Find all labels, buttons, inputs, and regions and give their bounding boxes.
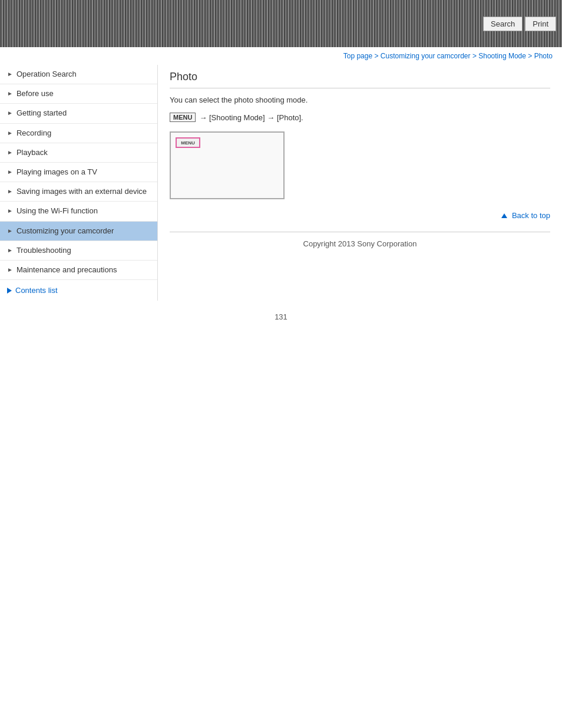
- intro-text: You can select the photo shooting mode.: [170, 95, 550, 104]
- arrow-right-icon: [7, 288, 12, 294]
- sidebar-item-maintenance[interactable]: ► Maintenance and precautions: [0, 261, 157, 280]
- sidebar-item-label: Maintenance and precautions: [16, 265, 153, 275]
- arrow-icon: ►: [7, 129, 13, 137]
- sidebar-item-playing-images[interactable]: ► Playing images on a TV: [0, 163, 157, 182]
- page-number: 131: [0, 301, 562, 333]
- breadcrumb-customizing-link[interactable]: Customizing your camcorder: [381, 52, 471, 60]
- sidebar: ► Operation Search ► Before use ► Gettin…: [0, 65, 158, 301]
- arrow-icon: ►: [7, 168, 13, 176]
- back-to-top-label: Back to top: [512, 211, 550, 220]
- arrow-icon: ►: [7, 246, 13, 255]
- arrow-icon: ►: [7, 227, 13, 235]
- main-content: Photo You can select the photo shooting …: [158, 65, 562, 301]
- breadcrumb: Top page > Customizing your camcorder > …: [0, 47, 562, 65]
- copyright-text: Copyright 2013 Sony Corporation: [303, 239, 417, 248]
- sidebar-item-label: Before use: [16, 88, 153, 99]
- back-to-top-link[interactable]: Back to top: [170, 211, 550, 220]
- sidebar-item-customizing[interactable]: ► Customizing your camcorder: [0, 222, 157, 241]
- sidebar-item-getting-started[interactable]: ► Getting started: [0, 104, 157, 123]
- sidebar-item-label: Using the Wi-Fi function: [16, 206, 153, 216]
- menu-arrow-text: → [Shooting Mode] → [Photo].: [199, 113, 303, 122]
- search-button[interactable]: Search: [483, 17, 523, 31]
- sidebar-item-playback[interactable]: ► Playback: [0, 143, 157, 163]
- arrow-icon: ►: [7, 109, 13, 117]
- arrow-icon: ►: [7, 266, 13, 274]
- arrow-icon: ►: [7, 90, 13, 98]
- breadcrumb-top-link[interactable]: Top page: [343, 52, 372, 60]
- menu-button-label: MENU: [181, 140, 195, 146]
- sidebar-item-label: Troubleshooting: [16, 245, 153, 256]
- breadcrumb-sep1: >: [374, 52, 380, 60]
- footer-copyright: Copyright 2013 Sony Corporation: [170, 232, 550, 255]
- sidebar-item-troubleshooting[interactable]: ► Troubleshooting: [0, 241, 157, 261]
- page-title: Photo: [170, 71, 550, 88]
- breadcrumb-current: Photo: [534, 52, 553, 60]
- breadcrumb-sep3: >: [528, 52, 534, 60]
- sidebar-item-saving-images[interactable]: ► Saving images with an external device: [0, 182, 157, 202]
- arrow-icon: ►: [7, 187, 13, 196]
- breadcrumb-shooting-link[interactable]: Shooting Mode: [478, 52, 526, 60]
- arrow-icon: ►: [7, 207, 13, 215]
- sidebar-item-label: Saving images with an external device: [16, 186, 153, 197]
- menu-instruction: MENU → [Shooting Mode] → [Photo].: [170, 113, 550, 122]
- sidebar-item-label: Customizing your camcorder: [16, 226, 153, 236]
- print-button[interactable]: Print: [525, 17, 556, 31]
- contents-list-link[interactable]: Contents list: [0, 280, 157, 301]
- sidebar-item-before-use[interactable]: ► Before use: [0, 84, 157, 104]
- menu-button-screenshot: MENU: [176, 137, 200, 148]
- arrow-icon: ►: [7, 70, 13, 78]
- sidebar-item-label: Playback: [16, 147, 153, 158]
- sidebar-item-label: Getting started: [16, 108, 153, 118]
- sidebar-item-label: Operation Search: [16, 69, 153, 80]
- menu-key-label: MENU: [170, 113, 196, 122]
- layout: ► Operation Search ► Before use ► Gettin…: [0, 65, 562, 301]
- breadcrumb-sep2: >: [472, 52, 478, 60]
- sidebar-item-recording[interactable]: ► Recording: [0, 124, 157, 143]
- screenshot-box: MENU: [170, 131, 285, 199]
- contents-list-label: Contents list: [15, 286, 58, 295]
- sidebar-item-wifi[interactable]: ► Using the Wi-Fi function: [0, 202, 157, 221]
- header-buttons: Search Print: [483, 17, 556, 31]
- sidebar-item-label: Recording: [16, 128, 153, 139]
- arrow-icon: ►: [7, 149, 13, 157]
- sidebar-item-label: Playing images on a TV: [16, 167, 153, 177]
- sidebar-item-operation-search[interactable]: ► Operation Search: [0, 65, 157, 84]
- triangle-up-icon: [501, 213, 507, 218]
- header: Search Print: [0, 0, 562, 47]
